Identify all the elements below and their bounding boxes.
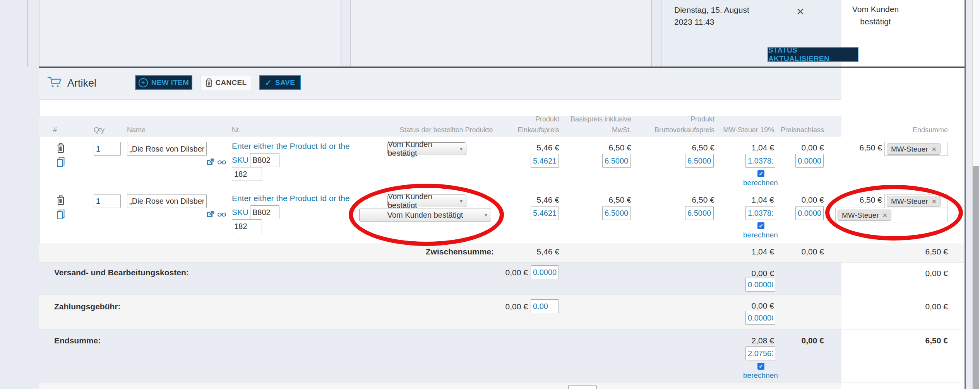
save-button[interactable]: ✓ SAVE: [259, 75, 301, 90]
row1-purchase-input[interactable]: [531, 154, 559, 168]
order-edit-screen: Dienstag, 15. August 2023 11:43 × STATUS…: [0, 0, 980, 389]
row2-product-id-input[interactable]: [232, 219, 262, 233]
shipping-label: Versand- und Bearbeitungskosten:: [54, 268, 189, 277]
trash-icon: [206, 78, 212, 87]
shipping-input[interactable]: [531, 265, 559, 279]
new-item-label: NEW ITEM: [151, 78, 189, 87]
row1-copy-icon[interactable]: [57, 157, 65, 169]
row1-sku-label: SKU: [232, 155, 248, 165]
row2-total: 6,50 €: [824, 195, 882, 205]
payment-amount: 0,00 €: [457, 302, 528, 311]
row2-sku-label: SKU: [232, 208, 248, 217]
shipping-divider: [39, 295, 964, 295]
close-icon[interactable]: ×: [797, 4, 804, 19]
row2-discount-input[interactable]: [795, 206, 824, 220]
row1-discount-input[interactable]: [795, 154, 824, 168]
tag-remove-icon[interactable]: ×: [883, 210, 887, 220]
col-header-gross: ProduktBruttoverkaufspreis: [642, 114, 714, 135]
row2-tax-input[interactable]: [745, 206, 775, 220]
shipping-amount: 0,00 €: [457, 268, 528, 277]
row1-tax-input[interactable]: [745, 154, 775, 168]
shipping-tax: 0,00 €: [712, 269, 774, 278]
row1-tax-checkbox[interactable]: ✓: [757, 170, 764, 177]
shipping-row-bg: [39, 262, 841, 295]
row2-tax-tag-box[interactable]: MW-Steuer ×: [884, 194, 948, 208]
tag-remove-icon[interactable]: ×: [932, 144, 936, 154]
row1-gross-input[interactable]: [685, 154, 714, 168]
col-header-discount: Preisnachlass: [762, 125, 824, 135]
status-update-button[interactable]: STATUS AKTUALISIEREN: [768, 47, 858, 62]
plus-circle-icon: +: [139, 78, 148, 87]
row1-link-icon[interactable]: [218, 159, 226, 167]
tag-label: MW-Steuer: [842, 210, 879, 220]
header-divider: [39, 136, 841, 136]
row2-delete-icon[interactable]: [57, 195, 65, 207]
scrollbar-thumb[interactable]: [973, 166, 979, 389]
row1-status-dropdown[interactable]: Vom Kunden bestätigt ▾: [387, 142, 466, 155]
col-header-qty: Qty: [94, 125, 105, 135]
dropdown-arrow-icon: ▾: [460, 198, 463, 204]
top-card-2: [350, 0, 652, 67]
row2-qty-input[interactable]: [94, 194, 121, 208]
row2-tax-tag2[interactable]: MW-Steuer ×: [838, 210, 891, 221]
subtotal-divider: [39, 262, 964, 263]
grandtotal-tax-checkbox[interactable]: ✓: [757, 363, 764, 370]
col-header-nr: Nr.: [232, 125, 241, 135]
row2-tax-tag[interactable]: MW-Steuer ×: [887, 196, 941, 207]
row2-name-input[interactable]: [127, 194, 207, 208]
cancel-label: CANCEL: [216, 78, 247, 87]
row2-tax-tag-box-duplicate[interactable]: MW-Steuer ×: [835, 208, 948, 222]
grandtotal-calculate-link[interactable]: berechnen: [743, 371, 776, 380]
row2-status-value: Vom Kunden bestätigt: [388, 192, 460, 210]
row1-delete-icon[interactable]: [57, 143, 65, 155]
tag-label: MW-Steuer: [891, 144, 928, 154]
payment-input[interactable]: [531, 299, 559, 313]
row2-copy-icon[interactable]: [57, 209, 65, 222]
tag-remove-icon[interactable]: ×: [932, 196, 936, 206]
row1-product-id-input[interactable]: [232, 167, 262, 181]
col-header-base: Basispreis inklusiveMwSt.: [557, 114, 631, 135]
row1-calculate-link[interactable]: berechnen: [743, 179, 776, 187]
order-status-line1: Vom Kunden: [837, 5, 914, 14]
save-label: SAVE: [275, 78, 295, 87]
subtotal-label: Zwischensumme:: [348, 247, 494, 256]
grandtotal-label: Endsumme:: [54, 336, 101, 345]
row1-qty-input[interactable]: [94, 142, 121, 156]
row2-link-icon[interactable]: [218, 211, 226, 220]
payment-total: 0,00 €: [886, 302, 948, 311]
row2-gross-input[interactable]: [685, 206, 714, 220]
shipping-tax-input[interactable]: [745, 278, 775, 292]
row2-status-dropdown[interactable]: Vom Kunden bestätigt ▾: [387, 194, 466, 207]
row2-base-price: 6,50 €: [569, 195, 631, 205]
new-item-button[interactable]: + NEW ITEM: [135, 75, 192, 90]
cutoff-input[interactable]: [568, 386, 597, 389]
cancel-button[interactable]: CANCEL: [200, 75, 252, 90]
row2-tax-checkbox[interactable]: ✓: [757, 222, 764, 229]
row1-tax-tag-box[interactable]: MW-Steuer ×: [884, 142, 948, 156]
col-header-purchase: ProduktEinkaufspreis: [497, 114, 559, 135]
order-status-line2: bestätigt: [837, 17, 914, 26]
row2-status2-value: Vom Kunden bestätigt: [387, 211, 463, 220]
row1-edit-icon[interactable]: [206, 158, 214, 167]
row2-status-dropdown-duplicate[interactable]: Vom Kunden bestätigt ▾: [359, 208, 491, 222]
top-separator: [39, 67, 965, 68]
row1-tax-tag[interactable]: MW-Steuer ×: [887, 143, 941, 155]
row2-edit-icon[interactable]: [206, 210, 214, 220]
row1-sku-input[interactable]: [250, 153, 279, 167]
row2-base-input[interactable]: [602, 206, 631, 220]
row2-sku-input[interactable]: [250, 205, 279, 219]
row1-base-price: 6,50 €: [569, 143, 631, 152]
check-icon: ✓: [265, 78, 272, 87]
row2-calculate-link[interactable]: berechnen: [743, 231, 776, 239]
col-header-name: Name: [127, 125, 146, 135]
toolbar-divider: [39, 99, 841, 100]
payment-tax-input[interactable]: [745, 311, 775, 325]
grandtotal-tax-input[interactable]: [745, 346, 775, 360]
row1-name-input[interactable]: [127, 142, 207, 156]
row2-purchase-input[interactable]: [531, 206, 559, 220]
shipping-total: 0,00 €: [886, 269, 948, 278]
dropdown-arrow-icon: ▾: [460, 145, 463, 152]
dropdown-arrow-icon: ▾: [485, 212, 487, 218]
section-title: Artikel: [67, 77, 96, 89]
row1-base-input[interactable]: [602, 154, 631, 168]
